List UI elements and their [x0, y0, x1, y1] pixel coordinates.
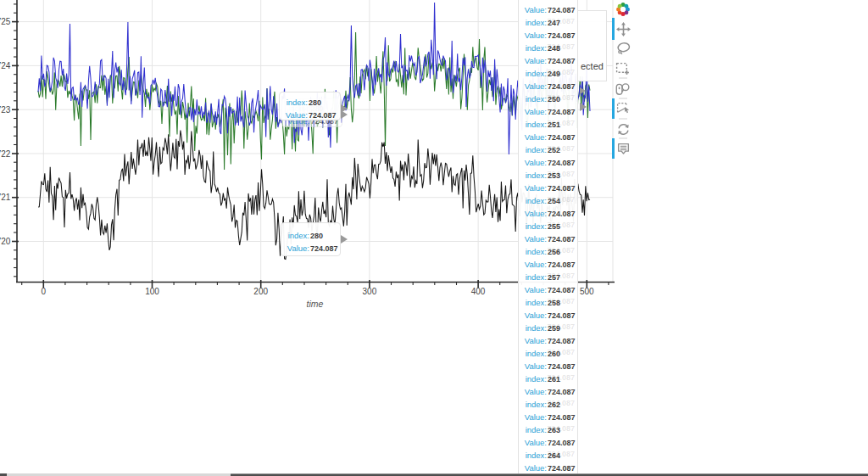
- svg-text:725: 725: [0, 17, 11, 26]
- svg-text:300: 300: [363, 287, 377, 296]
- svg-text:720: 720: [0, 237, 11, 246]
- svg-text:time: time: [307, 299, 324, 309]
- svg-text:722: 722: [0, 149, 11, 159]
- svg-text:100: 100: [145, 287, 159, 296]
- svg-text:0: 0: [42, 287, 47, 296]
- svg-text:500: 500: [580, 287, 594, 296]
- svg-text:721: 721: [0, 193, 11, 202]
- svg-text:723: 723: [0, 105, 11, 115]
- svg-text:724: 724: [0, 61, 11, 70]
- svg-text:200: 200: [253, 287, 268, 296]
- svg-text:400: 400: [471, 287, 486, 296]
